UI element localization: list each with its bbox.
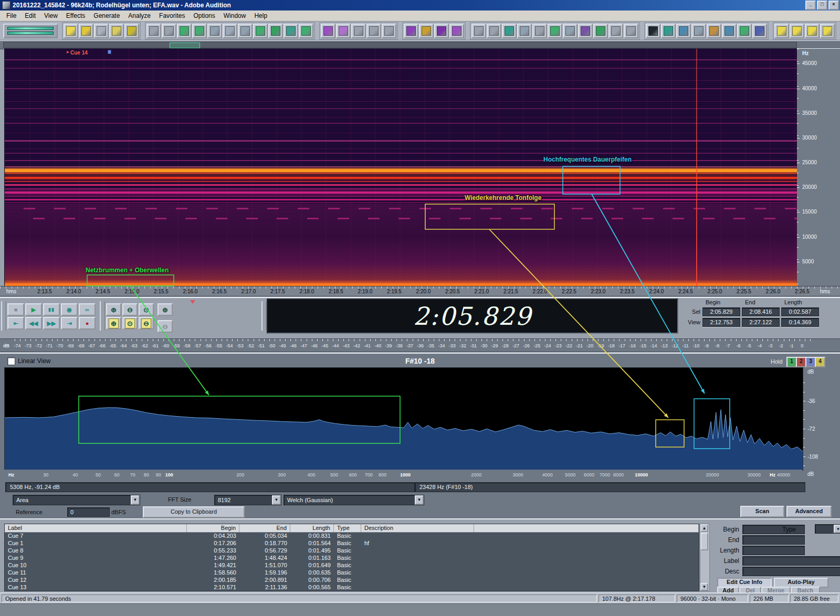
hold-button-1[interactable]: 1: [786, 357, 797, 367]
loop-button[interactable]: ∞: [79, 303, 96, 316]
menu-help[interactable]: Help: [250, 11, 271, 20]
crossfade-button[interactable]: [608, 24, 623, 38]
view-toggle-button[interactable]: [3, 24, 58, 38]
go-end-button[interactable]: ⇥: [61, 317, 78, 330]
zoom-sel-right-button[interactable]: ⊖: [139, 317, 154, 330]
copy-to-clipboard-button[interactable]: Copy to Clipboard: [143, 506, 245, 518]
grid-1-button[interactable]: [351, 24, 366, 38]
selview-view-end[interactable]: 2:27.122: [742, 318, 780, 327]
panel-grip[interactable]: [100, 301, 105, 331]
table-row[interactable]: Cue 101:49.4211:51.0700:01.649Basic: [5, 562, 699, 569]
hold-button-2[interactable]: 2: [796, 357, 806, 367]
open-file-button[interactable]: [79, 24, 93, 38]
table-row[interactable]: Cue 80:55.2330:56.7290:01.495Basic: [5, 547, 699, 555]
save-as-button[interactable]: [109, 24, 124, 38]
cue-header-Description[interactable]: Description: [361, 524, 474, 532]
selview-view-length[interactable]: 0:14.369: [781, 318, 819, 327]
morph-button[interactable]: [624, 24, 638, 38]
table-row[interactable]: Cue 122:00.1852:00.8910:00.706Basic: [5, 577, 699, 584]
mixer-button[interactable]: [691, 24, 706, 38]
new-file-button[interactable]: [64, 24, 78, 38]
timeline-ruler[interactable]: 2:13.52:14.02:14.52:15.02:15.52:16.02:16…: [0, 286, 840, 296]
reference-input[interactable]: 0: [67, 507, 110, 517]
paste-up-button[interactable]: [238, 24, 253, 38]
end-field[interactable]: [742, 535, 805, 545]
frequency-ruler[interactable]: Hz 4500040000350003000025000200001500010…: [797, 48, 840, 286]
fast-forward-button[interactable]: ▶▶: [43, 317, 60, 330]
selview-view-begin[interactable]: 2:12.753: [702, 318, 740, 327]
selview-sel-length[interactable]: 0:02.587: [781, 307, 819, 316]
cue-header-Type[interactable]: Type: [334, 524, 361, 532]
scroll-thumb[interactable]: [700, 533, 708, 550]
redo-button[interactable]: [162, 24, 176, 38]
grid-view-button[interactable]: [752, 24, 767, 38]
record-button[interactable]: ●: [79, 317, 96, 330]
spectral-view-button[interactable]: [336, 24, 351, 38]
selection-start-marker[interactable]: [190, 300, 195, 304]
dropdown-arrow-icon[interactable]: ▼: [834, 525, 840, 533]
cue-type-select[interactable]: ▼: [815, 524, 840, 534]
grid-3-button[interactable]: [382, 24, 396, 38]
sparkle-button[interactable]: [517, 24, 532, 38]
normalize-button[interactable]: [593, 24, 608, 38]
minimize-button[interactable]: _: [805, 1, 816, 10]
selview-sel-end[interactable]: 2:08.416: [742, 307, 780, 316]
undo-button[interactable]: [146, 24, 161, 38]
go-start-button[interactable]: ⇤: [7, 317, 24, 330]
desc-field[interactable]: [742, 567, 840, 576]
silence-button[interactable]: [502, 24, 517, 38]
cue-header-Label[interactable]: Label: [5, 524, 187, 532]
organizer-button[interactable]: [737, 24, 752, 38]
cue-header-Length[interactable]: Length: [290, 524, 334, 532]
play-looped-button[interactable]: ◉: [61, 303, 78, 316]
zoom-in-button[interactable]: ⊕: [106, 303, 121, 316]
envelope-button[interactable]: [578, 24, 593, 38]
cue-header-Begin[interactable]: Begin: [187, 524, 239, 532]
pause-button[interactable]: ▮▮: [43, 303, 60, 316]
menu-favorites[interactable]: Favorites: [155, 11, 189, 20]
ripple-button[interactable]: [532, 24, 547, 38]
script-4-button[interactable]: [820, 24, 835, 38]
length-field[interactable]: [742, 546, 805, 555]
table-row[interactable]: Cue 132:10.5712:11.1360:00.565Basic: [5, 584, 699, 591]
spectrum-plot[interactable]: [4, 367, 803, 471]
batch-sss-button[interactable]: [805, 24, 820, 38]
hold-button-4[interactable]: 4: [815, 357, 825, 367]
dropdown-arrow-icon[interactable]: ▼: [131, 495, 140, 505]
viewport-indicator[interactable]: [170, 43, 200, 48]
zoom-sel-left-button[interactable]: ⊕: [106, 317, 121, 330]
cue-header-End[interactable]: End: [239, 524, 290, 532]
script-1-button[interactable]: [774, 24, 789, 38]
scan-button[interactable]: Scan: [740, 506, 784, 517]
stretch-button[interactable]: [471, 24, 486, 38]
menu-options[interactable]: Options: [189, 11, 219, 20]
edit-pencil-1-button[interactable]: [404, 24, 418, 38]
scan-mode-select[interactable]: Area ▼: [13, 495, 140, 505]
frequency-analysis-button[interactable]: [646, 24, 660, 38]
spectrogram-display[interactable]: Cue 14: [4, 48, 798, 287]
zoom-sel-button[interactable]: ⊙: [122, 317, 138, 330]
vertical-zoom-in-button[interactable]: ⊕: [158, 303, 173, 316]
maximize-button[interactable]: □: [817, 1, 827, 10]
mix-paste-button[interactable]: [268, 24, 283, 38]
frequency-axis[interactable]: 3040506070809010020030040050060070080010…: [4, 470, 802, 480]
panel-grip[interactable]: [1, 301, 6, 331]
cut-button[interactable]: [223, 24, 237, 38]
play-button[interactable]: ▶: [25, 303, 42, 316]
save-all-button[interactable]: [124, 24, 139, 38]
table-row[interactable]: Cue 91:47.2601:48.4240:01.163Basic: [5, 555, 699, 562]
menu-effects[interactable]: Effects: [62, 11, 89, 20]
stop-button[interactable]: ■: [7, 303, 24, 316]
amplitude-db-ruler[interactable]: dB -74-73-72-71-70-69-68-67-66-65-64-63-…: [0, 338, 840, 352]
copy-button[interactable]: [207, 24, 222, 38]
cue-table-scrollbar[interactable]: ▲ ▼: [700, 524, 710, 591]
statistics-button[interactable]: [676, 24, 691, 38]
cue-marker-blue[interactable]: [108, 50, 111, 54]
vertical-zoom-out-button[interactable]: ⊖: [158, 320, 173, 333]
close-button[interactable]: ×: [828, 1, 839, 10]
menu-window[interactable]: Window: [219, 11, 250, 20]
menu-file[interactable]: File: [2, 11, 20, 20]
edit-pencil-3-button[interactable]: [434, 24, 449, 38]
find-beats-button[interactable]: [299, 24, 313, 38]
cue-14-marker[interactable]: Cue 14: [67, 50, 88, 56]
